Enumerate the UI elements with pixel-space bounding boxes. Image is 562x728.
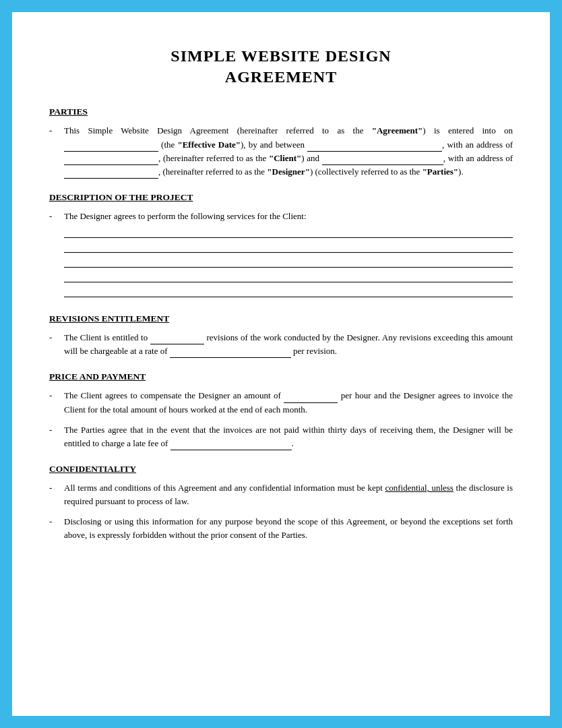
parties-text6: , (hereinafter referred to as the [158,153,269,163]
revisions-blank1 [150,335,204,344]
bullet-dash-rev: - [49,331,61,344]
parties-text11: ). [458,166,464,177]
service-line4 [64,270,513,282]
parties-bold1: "Agreement" [372,125,423,135]
title-line1: SIMPLE WEBSITE DESIGN [49,46,513,67]
service-line5 [64,285,513,297]
revisions-text3: per revision. [291,346,337,356]
section-revisions: REVISIONS ENTITLEMENT - The Client is en… [49,313,513,358]
confidentiality-bullet2-content: Disclosing or using this information for… [64,515,513,542]
parties-bold2: "Effective Date" [177,140,241,150]
parties-blank1 [64,142,158,152]
bullet-dash: - [49,124,61,138]
revisions-text1: The Client is entitled to [64,332,150,342]
bullet-dash-conf2: - [49,515,61,528]
parties-text10: ) (collectively referred to as the [310,166,423,177]
conf-text3: Disclosing or using this information for… [64,516,513,540]
parties-text4: ), by and between [241,140,307,150]
parties-bullet1: - This Simple Website Design Agreement (… [49,124,513,179]
description-bullet1: - The Designer agrees to perform the fol… [49,210,513,300]
title-line2: AGREEMENT [49,67,513,88]
price-text1: The Client agrees to compensate the Desi… [64,390,284,400]
parties-text2: ) is entered into on [423,125,513,135]
parties-bold4: "Designer" [267,166,310,177]
revisions-blank2 [170,348,291,358]
price-bullet2: - The Parties agree that in the event th… [49,423,513,450]
section-price: PRICE AND PAYMENT - The Client agrees to… [49,371,513,450]
parties-bold5: "Parties" [423,166,458,177]
confidentiality-heading: CONFIDENTIALITY [49,464,513,475]
bullet-dash-price1: - [49,389,61,402]
parties-blank3 [64,156,158,165]
conf-underline: confidential, unless [385,483,453,493]
section-description: DESCRIPTION OF THE PROJECT - The Designe… [49,192,513,300]
price-bullet2-content: The Parties agree that in the event that… [64,423,513,450]
bullet-dash-price2: - [49,423,61,437]
description-heading: DESCRIPTION OF THE PROJECT [49,192,513,203]
bullet-dash-desc: - [49,210,61,223]
service-line2 [64,241,513,253]
parties-bold3: "Client" [269,153,301,163]
document-title: SIMPLE WEBSITE DESIGN AGREEMENT [49,46,513,88]
section-confidentiality: CONFIDENTIALITY - All terms and conditio… [49,464,513,543]
parties-text1: This Simple Website Design Agreement (he… [64,125,372,135]
service-line3 [64,255,513,268]
parties-text7: ) and [301,153,321,163]
price-blank1 [284,394,338,403]
confidentiality-bullet2: - Disclosing or using this information f… [49,515,513,542]
section-parties: PARTIES - This Simple Website Design Agr… [49,107,513,179]
price-bullet1: - The Client agrees to compensate the De… [49,389,513,416]
price-blank2 [170,441,292,450]
parties-blank5 [64,169,158,179]
parties-bullet1-content: This Simple Website Design Agreement (he… [64,124,513,179]
bullet-dash-conf1: - [49,481,61,495]
revisions-bullet1-content: The Client is entitled to revisions of t… [64,331,513,358]
price-text4: . [292,438,294,448]
confidentiality-bullet1: - All terms and conditions of this Agree… [49,481,513,508]
price-bullet1-content: The Client agrees to compensate the Desi… [64,389,513,416]
description-bullet1-content: The Designer agrees to perform the follo… [64,210,513,300]
parties-blank2 [307,142,442,152]
price-heading: PRICE AND PAYMENT [49,371,513,382]
conf-text1: All terms and conditions of this Agreeme… [64,483,385,493]
document: SIMPLE WEBSITE DESIGN AGREEMENT PARTIES … [12,12,550,716]
service-lines [64,226,513,297]
revisions-bullet1: - The Client is entitled to revisions of… [49,331,513,358]
revisions-heading: REVISIONS ENTITLEMENT [49,313,513,324]
parties-heading: PARTIES [49,107,513,117]
parties-text9: , (hereinafter referred to as the [158,166,267,177]
page-wrapper: SIMPLE WEBSITE DESIGN AGREEMENT PARTIES … [0,0,562,728]
parties-text8: , with an address of [443,153,513,163]
confidentiality-bullet1-content: All terms and conditions of this Agreeme… [64,481,513,508]
service-line1 [64,226,513,238]
parties-text5: , with an address of [442,140,513,150]
parties-text3: (the [158,140,177,150]
description-text1: The Designer agrees to perform the follo… [64,211,307,221]
parties-blank4 [322,156,443,165]
